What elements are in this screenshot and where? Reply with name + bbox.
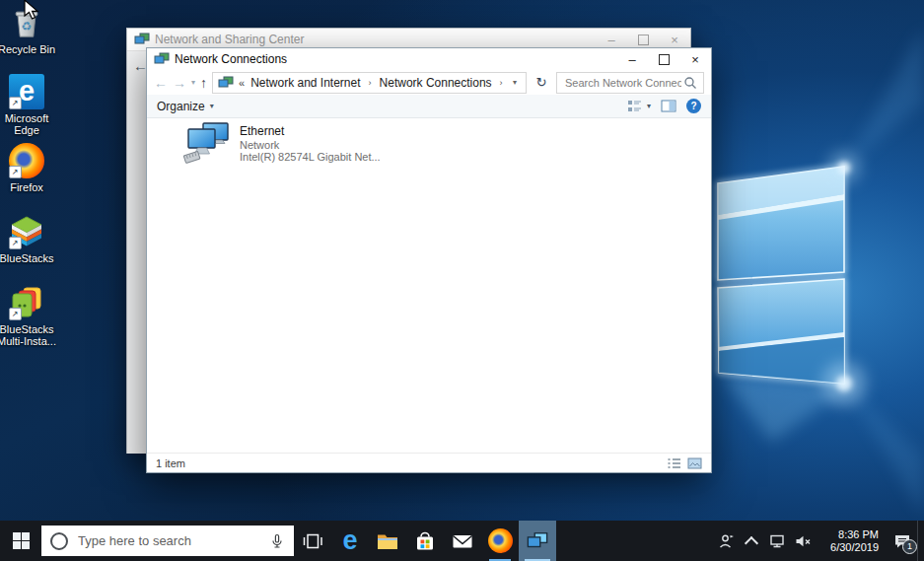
mail-icon (451, 529, 474, 553)
navigation-bar: ← → ▾ ↑ « Network and Internet › Network… (147, 70, 711, 95)
taskbar-store[interactable] (406, 521, 444, 561)
breadcrumb-separator-icon[interactable]: › (494, 78, 509, 88)
refresh-button[interactable]: ↻ (532, 75, 551, 90)
preview-pane-button[interactable] (661, 100, 676, 112)
change-view-button[interactable]: ▾ (627, 100, 651, 112)
taskbar-file-explorer[interactable] (369, 521, 406, 561)
window-title: Network and Sharing Center (155, 33, 304, 46)
shortcut-arrow-icon: ↗ (9, 308, 22, 320)
edge-icon: e (342, 527, 357, 554)
breadcrumb-network-and-internet[interactable]: Network and Internet (249, 76, 362, 90)
up-button[interactable]: ↑ (200, 76, 207, 90)
desktop-icon-microsoft-edge[interactable]: e ↗ Microsoft Edge (0, 73, 59, 136)
help-button[interactable]: ? (686, 99, 701, 113)
address-dropdown-icon[interactable]: ▾ (509, 78, 521, 87)
shortcut-arrow-icon: ↗ (9, 166, 22, 178)
close-button[interactable]: × (679, 48, 711, 70)
desktop-icon-firefox[interactable]: ↗ Firefox (0, 142, 59, 193)
people-button[interactable] (713, 521, 738, 561)
connection-device: Intel(R) 82574L Gigabit Net... (240, 151, 381, 163)
ethernet-adapter-icon (183, 122, 231, 164)
notification-badge: 1 (902, 539, 917, 554)
taskbar-firefox[interactable] (481, 521, 519, 561)
volume-button[interactable] (790, 521, 815, 561)
task-view-icon (301, 529, 324, 553)
desktop-icon-recycle-bin[interactable]: ♻ Recycle Bin (0, 4, 59, 55)
desktop-icon-label: BlueStacks Multi-Insta... (0, 323, 59, 347)
explorer-search-input[interactable] (563, 76, 683, 90)
shortcut-arrow-icon: ↗ (9, 97, 22, 109)
folder-content: Ethernet Network Intel(R) 82574L Gigabit… (147, 118, 711, 453)
desktop-icon-label: Firefox (10, 181, 43, 193)
back-button[interactable]: ← (154, 76, 168, 90)
ethernet-network-icon (768, 532, 786, 550)
forward-button[interactable]: → (173, 76, 186, 90)
show-hidden-icons-button[interactable] (739, 521, 763, 561)
network-status-button[interactable] (764, 521, 789, 561)
breadcrumb-separator-icon[interactable]: › (363, 78, 378, 88)
network-connections-icon (154, 52, 170, 66)
network-sharing-center-icon (134, 33, 150, 46)
start-button[interactable] (0, 521, 41, 561)
firefox-icon (488, 528, 513, 553)
maximize-button[interactable] (648, 48, 679, 70)
title-bar[interactable]: Network Connections – × (147, 48, 711, 70)
taskbar-search-input[interactable] (76, 532, 261, 549)
explorer-search-box[interactable] (556, 72, 704, 94)
recent-locations-dropdown[interactable]: ▾ (191, 78, 195, 87)
taskbar-edge[interactable]: e (331, 521, 369, 561)
window-network-connections: Network Connections – × ← → ▾ ↑ « Networ… (146, 47, 712, 473)
microphone-icon[interactable] (269, 533, 285, 549)
address-bar[interactable]: « Network and Internet › Network Connect… (212, 72, 527, 94)
change-view-icon (627, 100, 643, 112)
breadcrumb-overflow[interactable]: « (239, 77, 245, 89)
connection-network: Network (240, 139, 381, 151)
system-tray: 8:36 PM 6/30/2019 1 (713, 521, 917, 561)
organize-button[interactable]: Organize (157, 100, 205, 113)
task-view-button[interactable] (294, 521, 331, 561)
people-icon (717, 532, 735, 550)
desktop-icon-label: Microsoft Edge (0, 112, 59, 136)
store-icon (413, 529, 437, 553)
file-explorer-icon (376, 529, 399, 553)
ethernet-connection-item[interactable]: Ethernet Network Intel(R) 82574L Gigabit… (183, 122, 381, 164)
details-view-button[interactable] (667, 457, 681, 469)
taskbar-network-connections[interactable] (519, 521, 556, 561)
breadcrumb-network-connections[interactable]: Network Connections (378, 76, 494, 90)
desktop-icon-label: BlueStacks (0, 252, 54, 264)
network-connections-icon (218, 76, 234, 90)
shortcut-arrow-icon: ↗ (9, 237, 22, 249)
taskbar-mail[interactable] (444, 521, 481, 561)
change-view-dropdown-icon: ▾ (647, 102, 651, 110)
action-center-button[interactable]: 1 (888, 521, 917, 561)
status-bar: 1 item (147, 453, 711, 472)
cortana-icon (50, 532, 68, 550)
taskbar: e (0, 521, 924, 561)
show-desktop-button[interactable] (917, 521, 924, 561)
maximize-icon (659, 54, 670, 65)
large-icons-view-button[interactable] (687, 457, 702, 469)
chevron-up-icon (744, 535, 757, 549)
desktop-icon-label: Recycle Bin (0, 43, 55, 55)
clock-time: 8:36 PM (823, 528, 879, 541)
desktop-icon-bluestacks-multi-instance[interactable]: ↗ BlueStacks Multi-Insta... (0, 284, 59, 347)
taskbar-clock[interactable]: 8:36 PM 6/30/2019 (816, 528, 887, 554)
desktop: ♻ Recycle Bin e ↗ Microsoft Edge ↗ Firef… (0, 0, 924, 561)
item-count: 1 item (156, 457, 185, 469)
connection-name: Ethernet (240, 124, 381, 138)
recycle-symbol: ♻ (22, 19, 33, 33)
window-title: Network Connections (175, 52, 287, 66)
search-icon (683, 76, 697, 90)
network-connections-icon (527, 531, 548, 551)
clock-date: 6/30/2019 (823, 541, 879, 554)
desktop-icon-bluestacks[interactable]: ↗ BlueStacks (0, 213, 59, 264)
taskbar-search-box[interactable] (41, 526, 294, 556)
windows-logo-icon (13, 532, 30, 549)
maximize-icon (638, 35, 649, 45)
command-bar: Organize ▾ ▾ ? (147, 95, 711, 118)
organize-dropdown-icon[interactable]: ▾ (210, 102, 214, 110)
volume-muted-icon (794, 532, 812, 550)
minimize-button[interactable]: – (616, 48, 648, 70)
recycle-bin-icon: ♻ (10, 5, 43, 40)
